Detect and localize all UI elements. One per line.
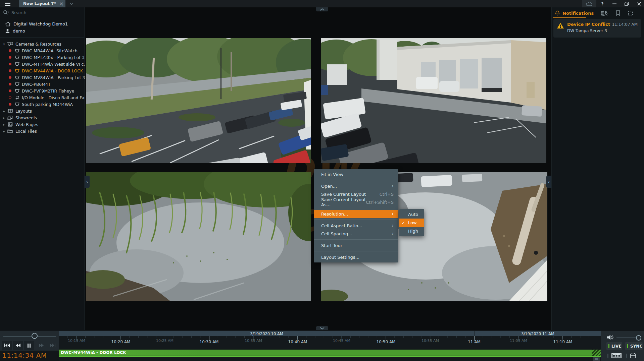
tab-list-chevron-icon[interactable] (68, 0, 75, 7)
expander-icon[interactable]: ▸ (1, 123, 7, 126)
menu-item-cell-spacing[interactable]: Cell Spacing...› (314, 230, 398, 238)
calendar-button[interactable] (626, 352, 640, 360)
speed-slider-knob[interactable] (32, 333, 38, 339)
tree-group-local-files[interactable]: ▸ Local Files (0, 128, 84, 134)
menu-item-cell-aspect-ratio[interactable]: Cell Aspect Ratio...› (314, 222, 398, 230)
volume-slider-knob[interactable] (636, 335, 641, 341)
resource-header: Digital Watchdog Demo1 demo (0, 18, 84, 38)
menu-item-open[interactable]: Open...› (314, 182, 398, 190)
collapse-timeline-button[interactable] (316, 326, 328, 330)
notification-tabs: Notifications (552, 7, 644, 19)
expander-icon[interactable]: ▸ (1, 116, 7, 120)
notification-source: DW Tampa Server 3 (567, 28, 607, 33)
search-input[interactable] (11, 10, 68, 15)
system-name: Digital Watchdog Demo1 (13, 21, 68, 26)
web-pages-icon (7, 122, 13, 127)
camera-tile-warehouse[interactable] (321, 38, 546, 163)
submenu-arrow-icon: › (392, 183, 394, 189)
camera-label: DWC-MTT4WiA West side VI c... (22, 62, 88, 67)
notifications-panel: Notifications Device IP Conflict 11:14:0… (551, 7, 644, 330)
jump-backward-button[interactable] (2, 341, 12, 350)
user-icon (5, 28, 10, 34)
layout-tab[interactable]: New Layout 7* ✕ (19, 0, 65, 7)
tick-label: 10:25 AM (156, 339, 174, 343)
menu-separator (314, 251, 398, 251)
sync-button[interactable]: SYNC (625, 342, 643, 350)
showreels-icon (7, 116, 13, 120)
skip-end-icon (50, 344, 55, 347)
camera-tile-willow-lot[interactable] (86, 172, 311, 301)
menu-item-resolution[interactable]: Resolution...› (314, 210, 398, 218)
tree-camera-row[interactable]: DWC-MV84WiA - Parking Lot 3 (0, 74, 84, 81)
tree-camera-row[interactable]: DWC-MPTZ30x - Parking Lot 3 (0, 54, 84, 61)
volume-icon[interactable] (607, 335, 614, 340)
submenu-item-low-checked[interactable]: ✓Low (399, 219, 424, 227)
bell-icon (555, 10, 560, 16)
expander-icon[interactable]: ▾ (1, 42, 7, 46)
tab-notifications[interactable]: Notifications (555, 10, 594, 16)
archive-chunk-bar[interactable]: DWC-MV44WiA - DOOR LOCK (59, 350, 601, 356)
rewind-button[interactable] (13, 341, 23, 350)
fast-forward-button-disabled[interactable] (36, 341, 46, 350)
live-button[interactable]: LIVE (606, 342, 622, 350)
home-icon (5, 21, 11, 26)
cloud-button[interactable] (582, 0, 596, 7)
timeline-scroll-handle[interactable] (593, 357, 600, 361)
chevron-up-icon (320, 8, 325, 11)
search-row[interactable] (0, 7, 84, 18)
timeline-bar: 11:14:34 AM 3/19/2020 10 AM 3/19/2020 11… (0, 330, 644, 361)
close-button[interactable] (635, 0, 643, 7)
tree-group-web-pages[interactable]: ▸ Web Pages (0, 121, 84, 128)
menu-item-start-tour[interactable]: Start Tour (314, 241, 398, 249)
resolution-submenu: Auto ✓Low High (399, 209, 424, 236)
notification-card[interactable]: Device IP Conflict 11:14:07 AM DW Tampa … (553, 19, 641, 38)
tab-events-icon[interactable] (628, 10, 633, 16)
tree-camera-row[interactable]: DWC-PB6M4T (0, 81, 84, 87)
menu-item-save-layout-as[interactable]: Save Current Layout As...Ctrl+Shift+S (314, 198, 398, 206)
maximize-button[interactable] (623, 0, 630, 7)
recording-dot (9, 103, 11, 106)
camera-tile-parking-trees[interactable] (86, 38, 311, 163)
pause-button[interactable] (24, 341, 34, 350)
layout-context-menu: Fit in View Open...› Save Current Layout… (314, 169, 398, 262)
tab-motion-icon[interactable] (601, 10, 608, 16)
help-button[interactable]: ? (599, 0, 606, 7)
menu-separator (314, 208, 398, 208)
camera-icon (14, 89, 20, 93)
shortcut-label: Ctrl+S (380, 192, 394, 197)
system-row[interactable]: Digital Watchdog Demo1 (0, 20, 84, 27)
tree-camera-row[interactable]: DWC-MTT4WiA West side VI c... (0, 61, 84, 67)
expander-icon[interactable]: ▸ (1, 109, 7, 113)
jump-forward-button-disabled[interactable] (47, 341, 58, 350)
scroll-right-arrow[interactable]: › (546, 176, 551, 188)
tree-camera-row[interactable]: DWC-MB44WiA -SiteWatch (0, 47, 84, 54)
main-menu-button[interactable] (0, 0, 15, 7)
collapse-titlebar-button[interactable] (316, 7, 328, 11)
tree-io-module-row[interactable]: I/O Module - Disco Ball and Fai... (0, 94, 84, 101)
minimize-button[interactable] (611, 0, 618, 7)
tree-camera-row[interactable]: DWC-PVF9M2TIR Fisheye (0, 87, 84, 94)
tree-group-layouts[interactable]: ▸ Layouts (0, 108, 84, 114)
tree-group-showreels[interactable]: ▸ Showreels (0, 114, 84, 121)
date-band: 3/19/2020 10 AM (59, 331, 475, 336)
tree-group-cameras[interactable]: ▾ Cameras & Resources (0, 41, 84, 47)
submenu-item-auto[interactable]: Auto (399, 210, 424, 219)
recording-dot (9, 89, 11, 92)
tree-camera-row[interactable]: South parking MD44WiA (0, 101, 84, 108)
user-row[interactable]: demo (0, 27, 84, 35)
submenu-item-high[interactable]: High (399, 227, 424, 235)
menu-item-layout-settings[interactable]: Layout Settings... (314, 253, 398, 261)
menu-separator (314, 220, 398, 220)
tree-camera-row-selected[interactable]: DWC-MV44WiA - DOOR LOCK (0, 67, 84, 74)
menu-item-fit-in-view[interactable]: Fit in View (314, 170, 398, 178)
new-tab-button[interactable]: + (59, 0, 66, 7)
camera-label: DWC-PVF9M2TIR Fisheye (22, 88, 74, 94)
expander-icon[interactable]: ▸ (1, 129, 7, 133)
speed-slider[interactable] (3, 336, 56, 337)
playback-panel (0, 331, 59, 351)
timeline[interactable]: 3/19/2020 10 AM 3/19/2020 11 AM 10:15 AM… (59, 331, 601, 361)
tab-bookmarks-icon[interactable] (616, 10, 620, 16)
scroll-left-arrow[interactable]: ‹ (85, 176, 90, 188)
current-time: 11:14:34 AM (2, 351, 47, 359)
thumbnails-button[interactable] (607, 352, 623, 360)
